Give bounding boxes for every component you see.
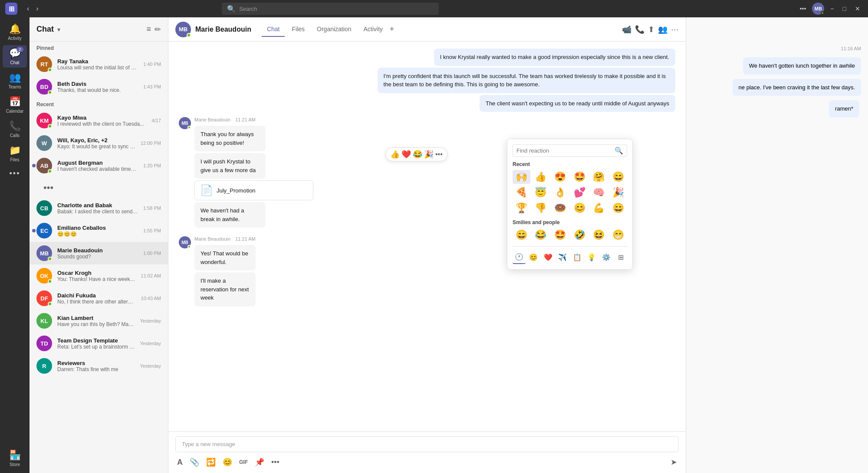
minimize-button[interactable]: − <box>828 4 836 13</box>
file-attachment[interactable]: 📄 July_Promotion <box>194 180 313 200</box>
emoji-donut[interactable]: 🍩 <box>551 201 569 215</box>
emoji-pizza[interactable]: 🍕 <box>513 186 530 199</box>
emoji-cat-hearts[interactable]: ❤️ <box>542 250 555 264</box>
emoji-smilies-3[interactable]: 🤩 <box>551 228 569 242</box>
emoji-search[interactable]: 🔍 <box>513 144 627 157</box>
tab-activity[interactable]: Activity <box>358 22 388 37</box>
chat-item-august[interactable]: AB August Bergman I haven't checked avai… <box>30 154 168 177</box>
emoji-grin[interactable]: 😄 <box>609 201 627 215</box>
close-button[interactable]: ✕ <box>852 4 863 13</box>
emoji-star-struck[interactable]: 🤩 <box>571 170 589 184</box>
sidebar-item-teams[interactable]: 👥 Teams <box>3 69 27 92</box>
attach-button[interactable]: 📎 <box>188 456 201 469</box>
more-options-button[interactable]: ••• <box>797 4 809 13</box>
emoji-clap[interactable]: 🙌 <box>513 170 530 184</box>
emoji-cat-settings[interactable]: ⚙️ <box>600 250 613 264</box>
chat-item-ray[interactable]: RT Ray Tanaka Louisa will send the initi… <box>30 53 168 75</box>
sidebar-item-calendar[interactable]: 📅 Calendar <box>3 94 27 116</box>
toolbar-more-button[interactable]: ••• <box>270 456 281 469</box>
emoji-button[interactable]: 😊 <box>221 456 234 469</box>
emoji-search-input[interactable] <box>516 147 612 154</box>
sidebar-item-calls[interactable]: 📞 Calls <box>3 118 27 140</box>
people-button[interactable]: 👥 <box>658 25 667 34</box>
search-input[interactable] <box>239 6 434 12</box>
emoji-party[interactable]: 🎉 <box>609 186 627 199</box>
chat-item-teamdesign[interactable]: TD Team Design Template Reta: Let's set … <box>30 332 168 355</box>
emoji-cat-objects[interactable]: 📋 <box>571 250 584 264</box>
search-bar[interactable]: 🔍 <box>222 3 439 15</box>
chat-dropdown-arrow[interactable]: ▾ <box>57 26 60 33</box>
emoji-smilies-4[interactable]: 🤣 <box>571 228 589 242</box>
emoji-hearts[interactable]: 💕 <box>571 186 589 199</box>
more-chats-button[interactable]: ••• <box>36 180 60 195</box>
user-avatar[interactable]: MB <box>812 3 824 15</box>
emoji-cat-smilies[interactable]: 😊 <box>527 250 540 264</box>
message-input-box[interactable]: Type a new message <box>175 436 679 452</box>
chat-item-reviewers[interactable]: R Reviewers Darren: Thats fine with me Y… <box>30 355 168 377</box>
emoji-cat-grid[interactable]: ⊞ <box>615 250 628 264</box>
tab-files[interactable]: Files <box>286 22 310 37</box>
emoji-smilies-5[interactable]: 😆 <box>590 228 608 242</box>
sidebar-item-label-activity: Activity <box>8 36 22 41</box>
emoji-cat-recent[interactable]: 🕐 <box>513 250 526 264</box>
audio-call-button[interactable]: 📞 <box>635 25 644 34</box>
emoji-smilies-1[interactable]: 😄 <box>513 228 530 242</box>
sticker-button[interactable]: 📌 <box>253 456 266 469</box>
react-celebrate[interactable]: 🎉 <box>424 150 434 159</box>
more-actions-button[interactable]: ⋯ <box>671 25 679 34</box>
maximize-button[interactable]: □ <box>840 4 849 13</box>
emoji-grinning[interactable]: 😄 <box>609 170 627 184</box>
avatar-will: W <box>36 135 52 151</box>
emoji-muscle[interactable]: 💪 <box>590 201 608 215</box>
chat-item-daichi[interactable]: DF Daichi Fukuda No, I think there are o… <box>30 287 168 310</box>
add-tab-button[interactable]: + <box>390 22 395 37</box>
format-button[interactable]: A <box>175 456 184 469</box>
emoji-hugging[interactable]: 🤗 <box>590 170 608 184</box>
emoji-smilies-2[interactable]: 😂 <box>532 228 550 242</box>
sidebar-item-activity[interactable]: 🔔 Activity <box>3 21 27 43</box>
gif-button[interactable]: GIF <box>237 457 250 467</box>
emoji-angel[interactable]: 😇 <box>532 186 550 199</box>
video-call-button[interactable]: 📹 <box>622 25 631 34</box>
react-laugh[interactable]: 😂 <box>413 150 422 159</box>
send-button[interactable]: ➤ <box>669 456 679 469</box>
filter-button[interactable]: ≡ <box>146 25 151 34</box>
chat-item-marie[interactable]: MB Marie Beaudouin Sounds good? 1:00 PM <box>30 242 168 264</box>
emoji-heart-eyes[interactable]: 😍 <box>551 170 569 184</box>
emoji-ok-hand[interactable]: 👌 <box>551 186 569 199</box>
emoji-smilies-6[interactable]: 😁 <box>609 228 627 242</box>
chat-item-charlotte[interactable]: CB Charlotte and Babak Babak: I asked th… <box>30 197 168 219</box>
chat-item-oscar[interactable]: OK Oscar Krogh You: Thanks! Have a nice … <box>30 264 168 287</box>
chat-item-beth[interactable]: BD Beth Davis Thanks, that would be nice… <box>30 75 168 98</box>
emoji-brain[interactable]: 🧠 <box>590 186 608 199</box>
chat-item-will[interactable]: W Will, Kayo, Eric, +2 Kayo: It would be… <box>30 132 168 154</box>
emoji-cat-symbols[interactable]: 💡 <box>585 250 598 264</box>
emoji-thumbs-up[interactable]: 👍 <box>532 170 550 184</box>
forward-button[interactable]: › <box>33 3 41 14</box>
emoji-smile[interactable]: 😊 <box>571 201 589 215</box>
emoji-thumbs-down[interactable]: 👎 <box>532 201 550 215</box>
chat-preview-marie: Sounds good? <box>57 254 138 260</box>
sidebar-item-more[interactable]: ••• <box>3 166 27 181</box>
compose-button[interactable]: ✏ <box>155 25 161 34</box>
sidebar-item-store[interactable]: 🏪 Store <box>3 447 27 470</box>
chat-info-ray: Ray Tanaka Louisa will send the initial … <box>57 58 138 71</box>
sidebar-item-chat[interactable]: 💬 2 Chat <box>3 45 27 68</box>
marie-sender-2: Marie Beaudouin <box>194 236 230 241</box>
chat-list-title: Chat <box>36 25 54 34</box>
react-thumbs-up[interactable]: 👍 <box>390 150 400 159</box>
tab-chat[interactable]: Chat <box>262 22 285 37</box>
teams-icon: 👥 <box>9 72 21 83</box>
react-heart[interactable]: ❤️ <box>401 150 411 159</box>
back-button[interactable]: ‹ <box>24 3 32 14</box>
tab-organization[interactable]: Organization <box>312 22 356 37</box>
chat-item-kayo[interactable]: KM Kayo Miwa I reviewed with the client … <box>30 109 168 132</box>
sidebar-item-files[interactable]: 📁 Files <box>3 142 27 165</box>
react-more-button[interactable]: ••• <box>435 150 443 158</box>
loop-button[interactable]: 🔁 <box>204 456 217 469</box>
emoji-cat-gestures[interactable]: ✈️ <box>556 250 569 264</box>
share-screen-button[interactable]: ⬆ <box>648 25 654 34</box>
chat-item-kian[interactable]: KL Kian Lambert Have you ran this by Bet… <box>30 310 168 332</box>
emoji-trophy[interactable]: 🏆 <box>513 201 530 215</box>
chat-item-emiliano[interactable]: EC Emiliano Ceballos 😊😊😊 1:55 PM <box>30 219 168 242</box>
